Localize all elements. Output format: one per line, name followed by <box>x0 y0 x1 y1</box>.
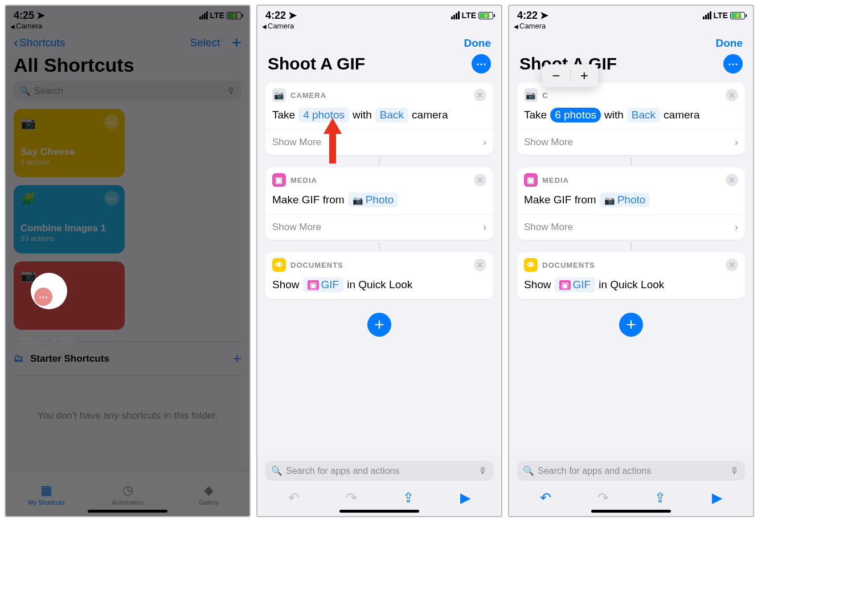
search-icon: 🔍 <box>523 465 534 476</box>
show-more-row[interactable]: Show More› <box>517 214 745 240</box>
signal-icon <box>451 11 460 19</box>
media-app-icon: ▣ <box>524 173 538 187</box>
screen-editor-a: 4:22➤ LTE ⚡ ◀Camera Done Shoot A GIF ⋯ 📷… <box>256 5 502 517</box>
documents-app-icon: 👁 <box>272 258 286 272</box>
nav-back[interactable]: ‹Shortcuts <box>14 35 65 51</box>
carrier-label: LTE <box>210 11 224 20</box>
battery-icon: ⚡ <box>227 12 241 19</box>
share-button[interactable]: ⇪ <box>654 490 666 506</box>
camera-mini-icon: 📷 <box>353 195 363 205</box>
tile-more-icon[interactable]: ⋯ <box>104 191 119 206</box>
redo-button[interactable]: ↷ <box>346 490 357 506</box>
camera-app-icon: 📷 <box>524 88 538 102</box>
show-more-row[interactable]: Show More› <box>265 214 493 240</box>
camera-icon: 📷 <box>21 116 36 130</box>
mic-icon[interactable]: 🎙 <box>227 86 236 96</box>
shortcut-tile-say-cheese[interactable]: 📷 ⋯ Say Cheese 2 actions <box>14 109 125 177</box>
shortcut-title[interactable]: Shoot A GIF <box>268 54 365 73</box>
tile-more-icon[interactable]: ⋯ <box>104 114 119 129</box>
done-button[interactable]: Done <box>509 32 753 50</box>
remove-action-button[interactable]: ✕ <box>726 174 738 186</box>
remove-action-button[interactable]: ✕ <box>474 259 486 271</box>
breadcrumb[interactable]: ◀Camera <box>6 22 249 32</box>
number-stepper-popover: − + <box>542 64 598 87</box>
show-more-row[interactable]: Show More› <box>517 129 745 155</box>
carrier-label: LTE <box>462 11 476 20</box>
breadcrumb[interactable]: ◀Camera <box>509 22 753 32</box>
signal-icon <box>199 11 208 19</box>
action-search-input[interactable]: 🔍 Search for apps and actions 🎙 <box>517 461 745 481</box>
nav-bar: ‹Shortcuts Select + <box>6 32 249 53</box>
add-action-button[interactable]: + <box>367 313 391 337</box>
carrier-label: LTE <box>714 11 728 20</box>
battery-icon: ⚡ <box>730 12 745 19</box>
photo-var-param[interactable]: 📷Photo <box>348 193 399 207</box>
stepper-plus-button[interactable]: + <box>571 68 599 84</box>
tab-my-shortcuts[interactable]: ▦My Shortcuts <box>6 472 87 516</box>
home-indicator[interactable] <box>339 510 419 513</box>
action-search-input[interactable]: 🔍 Search for apps and actions 🎙 <box>265 461 493 481</box>
photo-count-param-selected[interactable]: 6 photos <box>550 108 601 122</box>
action-card-camera: − + 📷 C ✕ Take 6 photos with Back camera… <box>517 83 745 155</box>
card-header-label: DOCUMENTS <box>542 261 595 269</box>
add-action-button[interactable]: + <box>619 313 643 337</box>
camera-side-param[interactable]: Back <box>627 108 660 122</box>
card-header-label: DOCUMENTS <box>290 261 343 269</box>
gif-var-param[interactable]: ▣GIF <box>303 277 344 292</box>
remove-action-button[interactable]: ✕ <box>474 89 486 101</box>
status-time: 4:22 <box>265 10 286 22</box>
shortcut-tile-combine-images[interactable]: 🧩 ⋯ Combine Images 1 33 actions <box>14 185 125 253</box>
share-button[interactable]: ⇪ <box>403 490 414 506</box>
action-card-camera: 📷 CAMERA ✕ Take 4 photos with Back camer… <box>265 83 493 155</box>
home-indicator[interactable] <box>591 510 671 513</box>
media-mini-icon: ▣ <box>559 280 571 290</box>
puzzle-icon: 🧩 <box>21 192 36 206</box>
card-header-label: MEDIA <box>290 176 317 185</box>
run-button[interactable]: ▶ <box>712 490 722 506</box>
add-to-folder-button[interactable]: + <box>233 350 241 367</box>
search-icon: 🔍 <box>271 465 282 476</box>
search-input[interactable]: 🔍 Search 🎙 <box>14 81 241 101</box>
photo-var-param[interactable]: 📷Photo <box>600 193 650 207</box>
add-shortcut-button[interactable]: + <box>231 37 241 48</box>
signal-icon <box>703 11 711 19</box>
stepper-minus-button[interactable]: − <box>542 68 570 84</box>
screen-editor-b: 4:22➤ LTE ⚡ ◀Camera Done Shoot A GIF ⋯ −… <box>508 5 754 517</box>
home-indicator[interactable] <box>88 510 167 513</box>
undo-button[interactable]: ↶ <box>540 490 551 506</box>
photo-count-param[interactable]: 4 photos <box>298 108 349 122</box>
battery-icon: ⚡ <box>478 12 493 19</box>
remove-action-button[interactable]: ✕ <box>726 259 738 271</box>
show-more-row[interactable]: Show More› <box>265 129 493 155</box>
run-button[interactable]: ▶ <box>460 490 470 506</box>
shortcut-settings-button[interactable]: ⋯ <box>472 54 491 73</box>
remove-action-button[interactable]: ✕ <box>474 174 486 186</box>
done-button[interactable]: Done <box>257 32 501 50</box>
status-time: 4:25 <box>14 10 34 22</box>
select-button[interactable]: Select <box>190 36 220 49</box>
page-title: All Shortcuts <box>6 53 249 81</box>
gif-var-param[interactable]: ▣GIF <box>555 277 596 292</box>
location-icon: ➤ <box>540 9 548 22</box>
connector <box>630 157 632 165</box>
highlighted-more-button[interactable]: ⋯ <box>31 273 67 309</box>
breadcrumb[interactable]: ◀Camera <box>257 22 501 32</box>
shortcut-tile-shoot-a-gif[interactable]: 📷 ⋯ Shoot A GIF 3 actions <box>14 261 125 330</box>
chevron-left-icon: ‹ <box>14 35 18 51</box>
mic-icon[interactable]: 🎙 <box>730 466 739 476</box>
redo-button[interactable]: ↷ <box>597 490 609 506</box>
status-bar: 4:25➤ LTE ⚡ <box>6 6 249 22</box>
shortcut-settings-button[interactable]: ⋯ <box>723 54 743 73</box>
tab-gallery[interactable]: ◆Gallery <box>168 472 249 516</box>
stack-icon: ◆ <box>204 483 214 498</box>
mic-icon[interactable]: 🎙 <box>478 466 488 476</box>
undo-button[interactable]: ↶ <box>288 490 300 506</box>
camera-side-param[interactable]: Back <box>375 108 408 122</box>
media-app-icon: ▣ <box>272 173 286 187</box>
camera-mini-icon: 📷 <box>604 195 615 205</box>
card-header-label: MEDIA <box>542 176 569 185</box>
status-bar: 4:22➤ LTE ⚡ <box>257 6 501 22</box>
shortcut-grid: 📷 ⋯ Say Cheese 2 actions 🧩 ⋯ Combine Ima… <box>6 109 249 330</box>
remove-action-button[interactable]: ✕ <box>726 89 738 101</box>
grid-icon: ▦ <box>40 483 52 498</box>
